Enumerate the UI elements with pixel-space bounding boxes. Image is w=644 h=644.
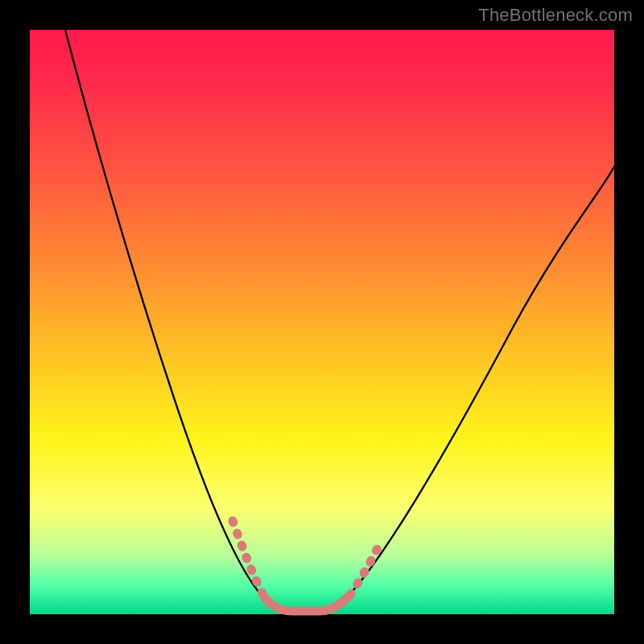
watermark-text: TheBottleneck.com (478, 5, 633, 26)
curve-valley-highlight (265, 597, 349, 611)
plot-area (30, 30, 614, 614)
curve-markers-right (350, 545, 379, 595)
chart-frame: TheBottleneck.com (0, 0, 644, 644)
bottleneck-curve-svg (30, 30, 614, 614)
bottleneck-curve (65, 30, 614, 611)
